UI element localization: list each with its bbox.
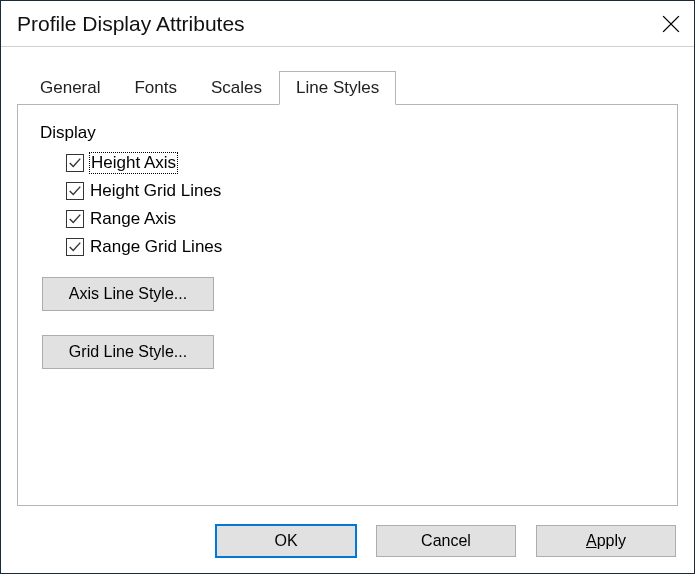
- apply-rest: pply: [597, 532, 626, 550]
- checkbox-label-range-grid: Range Grid Lines: [90, 237, 222, 257]
- check-row-height-grid: Height Grid Lines: [66, 181, 655, 201]
- dialog-button-row: OK Cancel Apply: [216, 525, 676, 557]
- tab-panel-line-styles: Display Height Axis Height Grid Lines Ra…: [17, 104, 678, 506]
- check-icon: [68, 184, 82, 198]
- titlebar: Profile Display Attributes: [1, 1, 694, 47]
- close-icon: [662, 15, 680, 33]
- checkbox-height-grid[interactable]: [66, 182, 84, 200]
- tab-bar: General Fonts Scales Line Styles: [23, 71, 678, 105]
- checkbox-range-axis[interactable]: [66, 210, 84, 228]
- window-title: Profile Display Attributes: [17, 12, 245, 36]
- cancel-button[interactable]: Cancel: [376, 525, 516, 557]
- display-checklist: Height Axis Height Grid Lines Range Axis…: [66, 153, 655, 257]
- ok-button[interactable]: OK: [216, 525, 356, 557]
- check-row-range-grid: Range Grid Lines: [66, 237, 655, 257]
- check-row-height-axis: Height Axis: [66, 153, 655, 173]
- tab-fonts[interactable]: Fonts: [117, 71, 194, 105]
- axis-line-style-button[interactable]: Axis Line Style...: [42, 277, 214, 311]
- grid-line-style-button[interactable]: Grid Line Style...: [42, 335, 214, 369]
- dialog-content: General Fonts Scales Line Styles Display…: [1, 47, 694, 522]
- check-icon: [68, 212, 82, 226]
- checkbox-range-grid[interactable]: [66, 238, 84, 256]
- tab-scales[interactable]: Scales: [194, 71, 279, 105]
- apply-button[interactable]: Apply: [536, 525, 676, 557]
- tab-line-styles[interactable]: Line Styles: [279, 71, 396, 105]
- apply-accel: A: [586, 532, 597, 550]
- checkbox-height-axis[interactable]: [66, 154, 84, 172]
- check-row-range-axis: Range Axis: [66, 209, 655, 229]
- display-group-label: Display: [40, 123, 655, 143]
- check-icon: [68, 240, 82, 254]
- close-button[interactable]: [648, 1, 694, 47]
- check-icon: [68, 156, 82, 170]
- checkbox-label-range-axis: Range Axis: [90, 209, 176, 229]
- checkbox-label-height-axis: Height Axis: [90, 153, 177, 173]
- checkbox-label-height-grid: Height Grid Lines: [90, 181, 221, 201]
- tab-general[interactable]: General: [23, 71, 117, 105]
